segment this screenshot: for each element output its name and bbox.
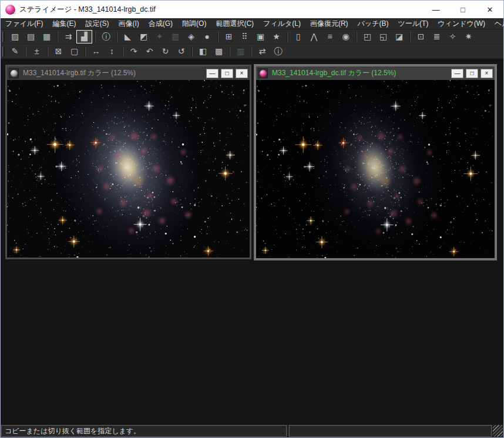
- rotate-ccw-icon: ↶: [146, 47, 153, 55]
- child-close-button[interactable]: ×: [481, 69, 493, 78]
- level-adjust-icon: ◩: [140, 32, 147, 41]
- calculation-button[interactable]: ±: [29, 45, 44, 58]
- child-window-controls: — □ ×: [206, 69, 248, 78]
- toolbar-edit: ✎±⊠▢↔↕↷↶↻↺◧▩▥⇄ⓘ: [1, 44, 503, 59]
- child-titlebar[interactable]: M33_141014-lrgb_dc.tif カラー (12.5%) — □ ×: [256, 66, 495, 80]
- save-as-icon: ▦: [43, 32, 51, 41]
- star-enhance-button[interactable]: ★: [269, 31, 284, 43]
- select-move-button[interactable]: ◰: [360, 31, 375, 43]
- smoothing-button[interactable]: ●: [200, 31, 214, 43]
- image-info-button[interactable]: ⓘ: [99, 31, 113, 43]
- batch-adjust-button[interactable]: ≣: [429, 31, 444, 43]
- status-panel-empty: [289, 425, 492, 437]
- galaxy-image-lrgb[interactable]: [7, 80, 250, 258]
- rotate-cw-button[interactable]: ↷: [126, 45, 141, 58]
- split-compare-icon: ◧: [199, 47, 207, 55]
- composite-stack-button[interactable]: ⊠: [51, 45, 66, 58]
- film-scan-button[interactable]: ▯: [291, 31, 305, 43]
- gradation-button[interactable]: ▩: [211, 45, 226, 58]
- menu-composite[interactable]: 合成(G): [144, 18, 177, 29]
- rgb-decompose-button[interactable]: ⊞: [221, 31, 236, 43]
- rotate-ccw-button[interactable]: ↶: [142, 45, 157, 58]
- pointer-select-button[interactable]: ⊡: [414, 31, 428, 43]
- menu-window[interactable]: ウィンドウ(W): [433, 18, 490, 29]
- color-adjust-button[interactable]: ◈: [184, 31, 199, 43]
- open-image-icon: ▨: [11, 32, 19, 41]
- child-minimize-button[interactable]: —: [206, 69, 219, 78]
- toolbar-separator: [47, 46, 48, 56]
- image-window-lrgb-dc[interactable]: M33_141014-lrgb_dc.tif カラー (12.5%) — □ ×: [254, 64, 497, 260]
- flip-vertical-button[interactable]: ↕: [105, 45, 119, 58]
- star-enhance-icon: ★: [273, 32, 280, 41]
- batch-adjust-icon: ≣: [434, 32, 441, 41]
- toolbar-grip[interactable]: [2, 46, 5, 56]
- rotate-180-button[interactable]: ↻: [158, 45, 173, 58]
- menu-restoration[interactable]: 画像復元(R): [305, 18, 353, 29]
- child-maximize-button[interactable]: □: [466, 69, 478, 78]
- image-window-icon: [9, 68, 19, 78]
- resize-grip-icon[interactable]: [493, 425, 503, 437]
- flip-horizontal-button[interactable]: ↔: [89, 45, 103, 58]
- split-compare-button[interactable]: ◧: [196, 45, 210, 58]
- menu-image[interactable]: 画像(I): [113, 18, 143, 29]
- menu-batch[interactable]: バッチ(B): [353, 18, 394, 29]
- rotate-free-button[interactable]: ↺: [174, 45, 189, 58]
- batch-convert-button[interactable]: ⇉: [61, 31, 76, 43]
- digital-development-button: ✦: [152, 31, 167, 43]
- swap-images-button[interactable]: ⇄: [255, 45, 270, 58]
- open-image-button[interactable]: ▨: [8, 31, 22, 43]
- batch-convert-icon: ⇉: [65, 32, 72, 41]
- toolbar-separator: [116, 32, 117, 42]
- galaxy-image-lrgb-dc[interactable]: [256, 80, 495, 258]
- toolbar-separator: [95, 32, 96, 42]
- star-select-button[interactable]: ✧: [445, 31, 460, 43]
- pixel-matrix-button[interactable]: ⠿: [237, 31, 252, 43]
- toolbar-main: ▨▤▦⇉▟ⓘ◣◩✦▥◈●⊞⠿▣★▯⋀≡◉◰◱◪⊡≣✧✷: [1, 29, 503, 44]
- save-button[interactable]: ▤: [23, 31, 38, 43]
- selection-frame-button[interactable]: ▢: [67, 45, 82, 58]
- paint-mask-icon: ✎: [12, 47, 19, 55]
- child-titlebar[interactable]: M33_141014-lrgb.tif カラー (12.5%) — □ ×: [7, 66, 250, 80]
- child-window-title: M33_141014-lrgb.tif カラー (12.5%): [23, 68, 136, 78]
- rotate-cw-icon: ↷: [130, 47, 137, 55]
- list-view-button[interactable]: ≡: [322, 31, 337, 43]
- menu-filter[interactable]: フィルタ(L): [258, 18, 305, 29]
- window-controls: — □ ✕: [422, 1, 503, 18]
- child-close-button[interactable]: ×: [236, 69, 248, 78]
- m33-galaxy-image: [256, 80, 495, 258]
- minimize-button[interactable]: —: [422, 1, 449, 18]
- peak-profile-button[interactable]: ⋀: [307, 31, 321, 43]
- toolbar-separator: [122, 46, 123, 56]
- stop-button[interactable]: ◉: [338, 31, 353, 43]
- stop-icon: ◉: [342, 32, 349, 41]
- save-as-button[interactable]: ▦: [39, 31, 54, 43]
- toolbar-grip[interactable]: [2, 32, 5, 42]
- status-message: コピーまたは切り抜く範囲を指定します。: [1, 425, 287, 437]
- star-detect-button[interactable]: ✷: [461, 31, 476, 43]
- rgb-decompose-icon: ⊞: [226, 32, 233, 41]
- star-select-icon: ✧: [449, 32, 456, 41]
- menu-tools[interactable]: ツール(T): [393, 18, 433, 29]
- menu-file[interactable]: ファイル(F): [1, 18, 48, 29]
- pixel-info-button[interactable]: ⓘ: [271, 45, 285, 58]
- close-button[interactable]: ✕: [476, 1, 503, 18]
- child-maximize-button[interactable]: □: [221, 69, 233, 78]
- level-adjust-button[interactable]: ◩: [136, 31, 151, 43]
- maximize-button[interactable]: □: [449, 1, 476, 18]
- histogram-icon: ▟: [81, 32, 88, 41]
- curves-box-button[interactable]: ◪: [392, 31, 406, 43]
- menu-selection[interactable]: 範囲選択(C): [211, 18, 258, 29]
- pointer-select-icon: ⊡: [418, 32, 425, 41]
- child-minimize-button[interactable]: —: [451, 69, 463, 78]
- menu-tone[interactable]: 階調(O): [177, 18, 211, 29]
- paint-mask-button[interactable]: ✎: [8, 45, 22, 58]
- lrgb-composite-button[interactable]: ▣: [253, 31, 268, 43]
- menu-settings[interactable]: 設定(S): [80, 18, 113, 29]
- histogram-button[interactable]: ▟: [77, 31, 92, 43]
- image-window-lrgb[interactable]: M33_141014-lrgb.tif カラー (12.5%) — □ ×: [5, 65, 251, 259]
- toolbar-separator: [85, 46, 86, 56]
- tone-curve-button[interactable]: ◣: [120, 31, 135, 43]
- magic-wand-button[interactable]: ◱: [376, 31, 391, 43]
- menu-edit[interactable]: 編集(E): [48, 18, 80, 29]
- menu-help[interactable]: ヘルプ(H): [490, 18, 504, 29]
